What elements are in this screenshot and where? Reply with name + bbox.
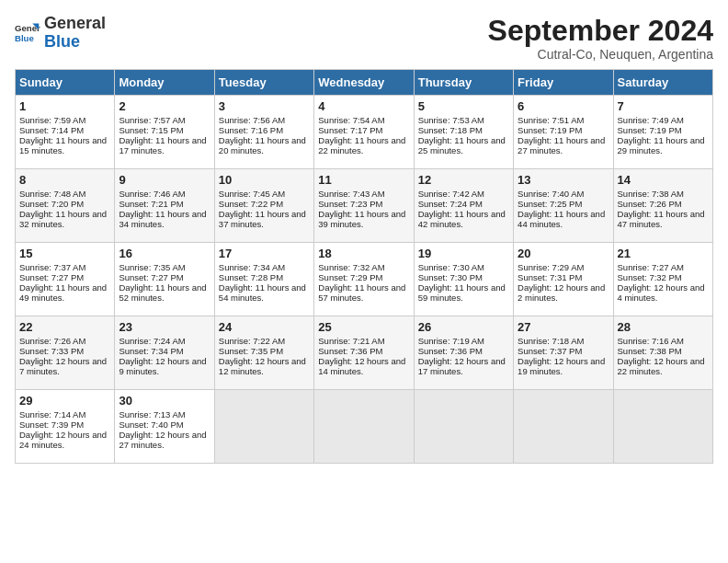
- sunrise-text: Sunrise: 7:37 AM: [19, 262, 110, 272]
- logo-blue-text: Blue: [44, 33, 106, 52]
- day-number: 4: [318, 99, 409, 113]
- daylight-text: Daylight: 11 hours and 42 minutes.: [418, 209, 509, 229]
- sunset-text: Sunset: 7:19 PM: [518, 125, 609, 135]
- calendar-cell: 24Sunrise: 7:22 AMSunset: 7:35 PMDayligh…: [214, 316, 313, 390]
- sunrise-text: Sunrise: 7:34 AM: [219, 262, 310, 272]
- daylight-text: Daylight: 11 hours and 39 minutes.: [318, 209, 409, 229]
- column-header-friday: Friday: [514, 70, 613, 96]
- daylight-text: Daylight: 12 hours and 12 minutes.: [219, 356, 310, 376]
- sunrise-text: Sunrise: 7:24 AM: [119, 336, 210, 346]
- sunset-text: Sunset: 7:29 PM: [318, 272, 409, 282]
- sunset-text: Sunset: 7:38 PM: [618, 346, 709, 356]
- calendar-week-row: 8Sunrise: 7:48 AMSunset: 7:20 PMDaylight…: [16, 169, 713, 243]
- day-number: 11: [318, 173, 409, 187]
- calendar-cell: 5Sunrise: 7:53 AMSunset: 7:18 PMDaylight…: [414, 96, 513, 169]
- daylight-text: Daylight: 12 hours and 19 minutes.: [518, 356, 609, 376]
- daylight-text: Daylight: 12 hours and 2 minutes.: [518, 282, 609, 303]
- calendar-cell: 28Sunrise: 7:16 AMSunset: 7:38 PMDayligh…: [613, 316, 712, 390]
- column-header-sunday: Sunday: [16, 70, 115, 96]
- day-number: 2: [119, 99, 210, 113]
- sunrise-text: Sunrise: 7:18 AM: [518, 336, 609, 346]
- day-number: 3: [219, 99, 310, 113]
- day-number: 16: [119, 247, 210, 260]
- day-number: 6: [518, 99, 609, 113]
- calendar-cell: 29Sunrise: 7:14 AMSunset: 7:39 PMDayligh…: [16, 390, 115, 464]
- calendar-cell: 20Sunrise: 7:29 AMSunset: 7:31 PMDayligh…: [514, 243, 613, 316]
- daylight-text: Daylight: 12 hours and 24 minutes.: [19, 430, 110, 450]
- calendar-cell: [414, 390, 513, 464]
- daylight-text: Daylight: 12 hours and 27 minutes.: [119, 430, 210, 450]
- day-number: 21: [618, 247, 709, 260]
- sunrise-text: Sunrise: 7:53 AM: [418, 115, 509, 125]
- daylight-text: Daylight: 11 hours and 37 minutes.: [219, 209, 310, 229]
- sunrise-text: Sunrise: 7:57 AM: [119, 115, 210, 125]
- sunrise-text: Sunrise: 7:26 AM: [19, 336, 110, 346]
- sunrise-text: Sunrise: 7:22 AM: [219, 336, 310, 346]
- sunrise-text: Sunrise: 7:54 AM: [318, 115, 409, 125]
- calendar-week-row: 1Sunrise: 7:59 AMSunset: 7:14 PMDaylight…: [16, 96, 713, 169]
- daylight-text: Daylight: 12 hours and 4 minutes.: [618, 282, 709, 303]
- sunrise-text: Sunrise: 7:21 AM: [318, 336, 409, 346]
- sunset-text: Sunset: 7:28 PM: [219, 272, 310, 282]
- day-number: 27: [518, 320, 609, 334]
- daylight-text: Daylight: 11 hours and 15 minutes.: [19, 135, 110, 155]
- calendar-cell: 10Sunrise: 7:45 AMSunset: 7:22 PMDayligh…: [214, 169, 313, 243]
- sunset-text: Sunset: 7:16 PM: [219, 125, 310, 135]
- calendar-cell: 2Sunrise: 7:57 AMSunset: 7:15 PMDaylight…: [115, 96, 214, 169]
- day-number: 28: [618, 320, 709, 334]
- sunset-text: Sunset: 7:30 PM: [418, 272, 509, 282]
- sunset-text: Sunset: 7:14 PM: [19, 125, 110, 135]
- day-number: 14: [618, 173, 709, 187]
- daylight-text: Daylight: 12 hours and 14 minutes.: [318, 356, 409, 376]
- calendar-week-row: 29Sunrise: 7:14 AMSunset: 7:39 PMDayligh…: [16, 390, 713, 464]
- sunset-text: Sunset: 7:22 PM: [219, 199, 310, 209]
- sunrise-text: Sunrise: 7:56 AM: [219, 115, 310, 125]
- sunrise-text: Sunrise: 7:29 AM: [518, 262, 609, 272]
- sunrise-text: Sunrise: 7:42 AM: [418, 189, 509, 199]
- day-number: 30: [119, 394, 210, 408]
- daylight-text: Daylight: 11 hours and 59 minutes.: [418, 282, 509, 303]
- sunrise-text: Sunrise: 7:32 AM: [318, 262, 409, 272]
- daylight-text: Daylight: 11 hours and 47 minutes.: [618, 209, 709, 229]
- sunrise-text: Sunrise: 7:16 AM: [618, 336, 709, 346]
- calendar-cell: [214, 390, 313, 464]
- day-number: 15: [19, 247, 110, 260]
- daylight-text: Daylight: 11 hours and 54 minutes.: [219, 282, 310, 303]
- sunset-text: Sunset: 7:27 PM: [19, 272, 110, 282]
- sunset-text: Sunset: 7:34 PM: [119, 346, 210, 356]
- calendar-cell: 22Sunrise: 7:26 AMSunset: 7:33 PMDayligh…: [16, 316, 115, 390]
- calendar-table: SundayMondayTuesdayWednesdayThursdayFrid…: [15, 69, 713, 464]
- column-header-saturday: Saturday: [613, 70, 712, 96]
- day-number: 12: [418, 173, 509, 187]
- calendar-cell: 19Sunrise: 7:30 AMSunset: 7:30 PMDayligh…: [414, 243, 513, 316]
- column-header-wednesday: Wednesday: [314, 70, 414, 96]
- day-number: 20: [518, 247, 609, 260]
- sunset-text: Sunset: 7:19 PM: [618, 125, 709, 135]
- daylight-text: Daylight: 11 hours and 20 minutes.: [219, 135, 310, 155]
- sunset-text: Sunset: 7:20 PM: [19, 199, 110, 209]
- calendar-cell: 12Sunrise: 7:42 AMSunset: 7:24 PMDayligh…: [414, 169, 513, 243]
- sunrise-text: Sunrise: 7:30 AM: [418, 262, 509, 272]
- daylight-text: Daylight: 11 hours and 44 minutes.: [518, 209, 609, 229]
- daylight-text: Daylight: 11 hours and 49 minutes.: [19, 282, 110, 303]
- calendar-cell: 30Sunrise: 7:13 AMSunset: 7:40 PMDayligh…: [115, 390, 214, 464]
- day-number: 19: [418, 247, 509, 260]
- sunset-text: Sunset: 7:21 PM: [119, 199, 210, 209]
- calendar-cell: 3Sunrise: 7:56 AMSunset: 7:16 PMDaylight…: [214, 96, 313, 169]
- sunrise-text: Sunrise: 7:19 AM: [418, 336, 509, 346]
- daylight-text: Daylight: 12 hours and 9 minutes.: [119, 356, 210, 376]
- calendar-cell: 23Sunrise: 7:24 AMSunset: 7:34 PMDayligh…: [115, 316, 214, 390]
- sunset-text: Sunset: 7:35 PM: [219, 346, 310, 356]
- calendar-cell: 25Sunrise: 7:21 AMSunset: 7:36 PMDayligh…: [314, 316, 414, 390]
- calendar-cell: 11Sunrise: 7:43 AMSunset: 7:23 PMDayligh…: [314, 169, 414, 243]
- sunrise-text: Sunrise: 7:27 AM: [618, 262, 709, 272]
- daylight-text: Daylight: 12 hours and 7 minutes.: [19, 356, 110, 376]
- calendar-cell: 14Sunrise: 7:38 AMSunset: 7:26 PMDayligh…: [613, 169, 712, 243]
- logo-general-text: General: [44, 15, 106, 33]
- sunset-text: Sunset: 7:27 PM: [119, 272, 210, 282]
- svg-text:Blue: Blue: [15, 33, 34, 43]
- sunrise-text: Sunrise: 7:43 AM: [318, 189, 409, 199]
- calendar-cell: 16Sunrise: 7:35 AMSunset: 7:27 PMDayligh…: [115, 243, 214, 316]
- calendar-cell: 9Sunrise: 7:46 AMSunset: 7:21 PMDaylight…: [115, 169, 214, 243]
- sunset-text: Sunset: 7:37 PM: [518, 346, 609, 356]
